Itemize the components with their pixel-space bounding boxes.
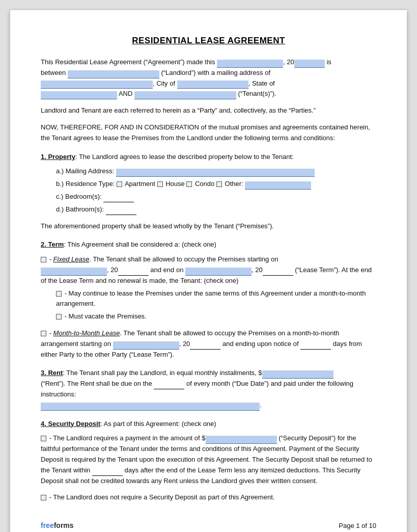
house-checkbox[interactable] [157,181,163,187]
section1-heading-para: 1. Property: The Landlord agrees to leas… [41,152,376,163]
section2-heading: 2. Term [41,241,64,248]
mailing-address-field[interactable] [116,169,315,177]
document-title: RESIDENTIAL LEASE AGREEMENT [41,36,376,46]
year-field[interactable] [294,60,325,68]
document-page: RESIDENTIAL LEASE AGREEMENT This Residen… [10,10,407,532]
section4-heading-para: 4. Security Deposit: As part of this Agr… [41,419,376,430]
section4-heading: 4. Security Deposit [41,420,100,428]
month-start-year-field[interactable] [190,341,220,350]
month-lease-para: - Month-to-Month Lease. The Tenant shall… [41,328,376,360]
no-deposit-checkbox[interactable] [41,495,46,500]
section3-heading: 3. Rent [41,369,63,377]
payment-instructions-field[interactable] [41,403,260,411]
rent-amount-field[interactable] [262,370,333,379]
address-field[interactable] [41,81,153,89]
deposit-days-field[interactable] [92,468,123,476]
security-deposit-checkbox[interactable] [41,436,46,441]
state-field[interactable] [41,91,117,99]
date-field[interactable] [217,60,283,68]
section4-option1: - The Landlord requires a payment in the… [41,433,376,486]
may-continue-para: - May continue to lease the Premises und… [56,288,376,310]
city-field[interactable] [177,81,248,89]
must-vacate-para: - Must vacate the Premises. [56,311,376,322]
section2-heading-para: 2. Term: This Agreement shall be conside… [41,240,376,250]
section1-heading: 1. Property [41,153,75,161]
section1-closing: The aforementioned property shall be lea… [41,221,376,232]
other-checkbox[interactable] [216,181,222,187]
section2-text: : This Agreement shall be considered a: … [64,241,216,248]
parties-note: Landlord and Tenant are each referred to… [41,105,376,116]
brand-forms: forms [54,521,74,529]
condo-checkbox[interactable] [186,181,192,187]
document-footer: freeforms Page 1 of 10 [41,521,376,529]
page-number: Page 1 of 10 [339,522,376,529]
intro-paragraph: This Residential Lease Agreement (“Agree… [41,57,376,99]
section1-a: a.) Mailing Address: [56,166,376,177]
bathrooms-field[interactable] [106,207,136,215]
apartment-checkbox[interactable] [117,181,122,187]
month-lease-checkbox[interactable] [41,331,46,336]
tenant-name-field[interactable] [134,91,236,99]
month-start-field[interactable] [113,341,179,350]
consideration-text: NOW, THEREFORE, FOR AND IN CONSIDERATION… [41,122,376,144]
fixed-start-year-field[interactable] [118,268,149,276]
bedrooms-field[interactable] [103,194,134,202]
section1-c: c.) Bedroom(s): [56,192,376,202]
fixed-lease-checkbox[interactable] [41,257,46,262]
intro-line1: This Residential Lease Agreement (“Agree… [41,58,215,66]
must-vacate-checkbox[interactable] [56,314,62,320]
section1-b: b.) Residence Type: Apartment House Cond… [56,179,376,190]
section1-d: d.) Bathroom(s): [56,204,376,215]
may-continue-checkbox[interactable] [56,291,62,297]
due-date-field[interactable] [154,381,184,389]
fixed-end-field[interactable] [185,268,252,276]
section4-option2: - The Landlord does not require a Securi… [41,492,376,503]
notice-days-field[interactable] [300,341,331,350]
deposit-amount-field[interactable] [206,436,277,444]
other-type-field[interactable] [245,181,311,190]
section3-para: 3. Rent: The Tenant shall pay the Landlo… [41,368,376,410]
section1-text: : The Landlord agrees to lease the descr… [75,153,294,161]
landlord-name-field[interactable] [68,70,159,78]
fixed-end-year-field[interactable] [263,268,293,276]
fixed-start-field[interactable] [41,268,107,276]
brand-free: free [41,521,54,529]
fixed-lease-para: - Fixed Lease. The Tenant shall be allow… [41,254,376,286]
brand-logo: freeforms [41,521,74,529]
